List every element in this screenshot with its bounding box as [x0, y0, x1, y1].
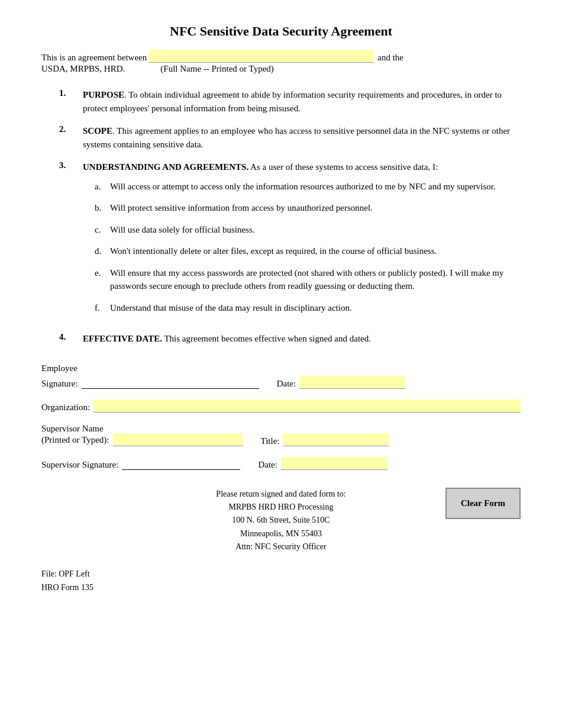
- sub-letter-f: f.: [95, 301, 110, 315]
- title-input[interactable]: [283, 433, 389, 446]
- signature-label: Signature:: [41, 379, 78, 389]
- clear-form-button[interactable]: Clear Form: [445, 488, 521, 519]
- return-line-3: 100 N. 6th Street, Suite 510C: [216, 514, 345, 527]
- section-1-content: PURPOSE. To obtain individual agreement …: [83, 88, 521, 115]
- return-line-1: Please return signed and dated form to:: [216, 488, 345, 501]
- supervisor-name-block: Supervisor Name (Printed or Typed): Titl…: [41, 423, 521, 446]
- sub-item-d: d. Won't intentionally delete or alter f…: [95, 244, 521, 258]
- sub-letter-c: c.: [95, 223, 110, 237]
- sub-item-c: c. Will use data solely for official bus…: [95, 223, 521, 237]
- supervisor-date-input[interactable]: [281, 457, 387, 470]
- supervisor-name-label: Supervisor Name (Printed or Typed):: [41, 423, 109, 446]
- sub-item-e: e. Will ensure that my access passwords …: [95, 266, 521, 293]
- file-info: File: OPF Left HRO Form 135: [41, 568, 521, 594]
- organization-label: Organization:: [41, 402, 90, 413]
- sub-text-d: Won't intentionally delete or alter file…: [110, 244, 521, 258]
- supervisor-name-input[interactable]: [113, 433, 243, 446]
- sub-letter-e: e.: [95, 266, 110, 293]
- full-name-input[interactable]: [149, 50, 374, 63]
- supervisor-signature-row: Supervisor Signature: Date:: [41, 457, 521, 470]
- intro-suffix: and the: [377, 53, 403, 63]
- section-2-num: 2.: [59, 124, 83, 134]
- section-4-num: 4.: [59, 332, 83, 342]
- section-4-content: EFFECTIVE DATE. This agreement becomes e…: [83, 332, 521, 346]
- section-2-content: SCOPE. This agreement applies to an empl…: [83, 124, 521, 151]
- sub-item-b: b. Will protect sensitive information fr…: [95, 201, 521, 215]
- supervisor-signature-input[interactable]: [122, 457, 240, 470]
- usda-text: USDA, MRPBS, HRD.: [41, 64, 125, 74]
- sub-text-a: Will access or attempt to access only th…: [110, 180, 521, 194]
- return-info: Please return signed and dated form to: …: [216, 488, 345, 554]
- title-label: Title:: [261, 436, 280, 446]
- sub-text-b: Will protect sensitive information from …: [110, 201, 521, 215]
- section-1: 1. PURPOSE. To obtain individual agreeme…: [59, 88, 521, 115]
- sub-text-c: Will use data solely for official busine…: [110, 223, 521, 237]
- section-3-num: 3.: [59, 160, 83, 170]
- sub-item-f: f. Understand that misuse of the data ma…: [95, 301, 521, 315]
- employee-header: Employee: [41, 363, 521, 373]
- section-2: 2. SCOPE. This agreement applies to an e…: [59, 124, 521, 151]
- file-info-line1: File: OPF Left: [41, 568, 521, 581]
- signature-input[interactable]: [82, 376, 259, 389]
- sub-text-f: Understand that misuse of the data may r…: [110, 301, 521, 315]
- full-name-note: (Full Name -- Printed or Typed): [160, 64, 274, 74]
- bottom-section: Please return signed and dated form to: …: [41, 488, 521, 554]
- intro-prefix: This is an agreement between: [41, 53, 147, 63]
- sub-item-a: a. Will access or attempt to access only…: [95, 180, 521, 194]
- sub-text-e: Will ensure that my access passwords are…: [110, 266, 521, 293]
- sub-letter-d: d.: [95, 244, 110, 258]
- section-4: 4. EFFECTIVE DATE. This agreement become…: [59, 332, 521, 346]
- signature-row: Signature: Date:: [41, 376, 521, 389]
- page-title: NFC Sensitive Data Security Agreement: [41, 24, 521, 39]
- return-line-2: MRPBS HRD HRO Processing: [216, 501, 345, 514]
- section-1-num: 1.: [59, 88, 83, 98]
- form-section: Employee Signature: Date: Organization: …: [41, 363, 521, 470]
- section-3: 3. UNDERSTANDING AND AGREEMENTS. As a us…: [59, 160, 521, 323]
- section-3-content: UNDERSTANDING AND AGREEMENTS. As a user …: [83, 160, 521, 323]
- return-line-4: Minneapolis, MN 55403: [216, 527, 345, 540]
- employee-date-input[interactable]: [299, 376, 406, 389]
- supervisor-signature-label: Supervisor Signature:: [41, 460, 118, 470]
- return-line-5: Attn: NFC Security Officer: [216, 540, 345, 553]
- supervisor-name-row: Supervisor Name (Printed or Typed): Titl…: [41, 423, 521, 446]
- file-info-line2: HRO Form 135: [41, 581, 521, 594]
- organization-input[interactable]: [93, 400, 521, 413]
- sub-letter-b: b.: [95, 201, 110, 215]
- supervisor-date-label: Date:: [258, 460, 277, 470]
- sub-letter-a: a.: [95, 180, 110, 194]
- date-label: Date:: [277, 379, 296, 389]
- organization-row: Organization:: [41, 400, 521, 413]
